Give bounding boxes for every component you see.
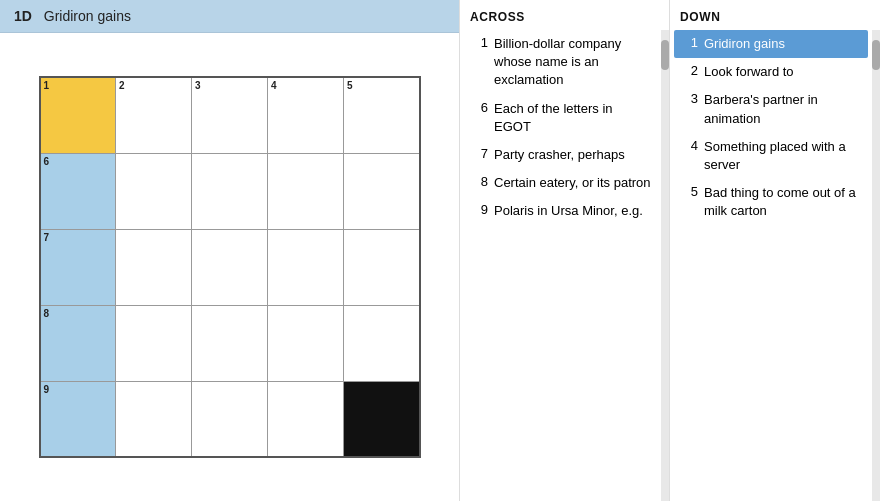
grid-cell[interactable] xyxy=(344,153,420,229)
across-scroll-thumb[interactable] xyxy=(661,40,669,70)
cell-number: 9 xyxy=(44,384,50,395)
grid-cell[interactable] xyxy=(116,229,192,305)
grid-cell[interactable] xyxy=(192,229,268,305)
clue-text: Party crasher, perhaps xyxy=(494,146,625,164)
grid-cell[interactable] xyxy=(116,305,192,381)
down-scroll-area: 1Gridiron gains2Look forward to3Barbera'… xyxy=(670,30,880,501)
clue-text: Certain eatery, or its patron xyxy=(494,174,651,192)
across-clue-item[interactable]: 6Each of the letters in EGOT xyxy=(464,95,657,141)
down-scroll-thumb[interactable] xyxy=(872,40,880,70)
clue-text: Gridiron gains xyxy=(704,35,785,53)
active-clue-id: 1D xyxy=(14,8,32,24)
grid-cell[interactable] xyxy=(116,381,192,457)
clue-number: 3 xyxy=(680,91,698,127)
cell-number: 5 xyxy=(347,80,353,91)
grid-cell[interactable] xyxy=(116,153,192,229)
down-clue-item[interactable]: 4Something placed with a server xyxy=(674,133,868,179)
down-panel: DOWN 1Gridiron gains2Look forward to3Bar… xyxy=(670,0,880,501)
clue-text: Barbera's partner in animation xyxy=(704,91,862,127)
cell-number: 7 xyxy=(44,232,50,243)
cell-number: 8 xyxy=(44,308,50,319)
clue-number: 8 xyxy=(470,174,488,192)
grid-cell[interactable] xyxy=(268,153,344,229)
clue-text: Polaris in Ursa Minor, e.g. xyxy=(494,202,643,220)
clue-text: Billion-dollar company whose name is an … xyxy=(494,35,651,90)
cell-number: 6 xyxy=(44,156,50,167)
grid-cell[interactable]: 2 xyxy=(116,77,192,153)
clue-number: 5 xyxy=(680,184,698,220)
grid-cell[interactable] xyxy=(344,381,420,457)
across-clue-item[interactable]: 9Polaris in Ursa Minor, e.g. xyxy=(464,197,657,225)
clue-number: 1 xyxy=(680,35,698,53)
active-clue-text: Gridiron gains xyxy=(44,8,131,24)
grid-cell[interactable] xyxy=(344,305,420,381)
grid-cell[interactable] xyxy=(192,381,268,457)
across-clue-item[interactable]: 8Certain eatery, or its patron xyxy=(464,169,657,197)
clue-text: Bad thing to come out of a milk carton xyxy=(704,184,862,220)
clue-text: Look forward to xyxy=(704,63,794,81)
cell-number: 3 xyxy=(195,80,201,91)
grid-cell[interactable]: 3 xyxy=(192,77,268,153)
grid-cell[interactable] xyxy=(268,305,344,381)
crossword-panel: 1D Gridiron gains 123456789 xyxy=(0,0,460,501)
across-clue-item[interactable]: 7Party crasher, perhaps xyxy=(464,141,657,169)
grid-cell[interactable] xyxy=(192,153,268,229)
clue-number: 4 xyxy=(680,138,698,174)
grid-cell[interactable] xyxy=(268,229,344,305)
cell-number: 2 xyxy=(119,80,125,91)
down-clue-item[interactable]: 3Barbera's partner in animation xyxy=(674,86,868,132)
across-clue-list[interactable]: 1Billion-dollar company whose name is an… xyxy=(460,30,661,501)
down-clue-item[interactable]: 1Gridiron gains xyxy=(674,30,868,58)
puzzle-title: 1D Gridiron gains xyxy=(0,0,459,33)
clue-number: 9 xyxy=(470,202,488,220)
grid-container: 123456789 xyxy=(0,33,459,501)
clue-text: Each of the letters in EGOT xyxy=(494,100,651,136)
crossword-grid[interactable]: 123456789 xyxy=(39,76,421,458)
grid-cell[interactable]: 5 xyxy=(344,77,420,153)
clue-number: 2 xyxy=(680,63,698,81)
across-scrollbar[interactable] xyxy=(661,30,669,501)
grid-cell[interactable]: 1 xyxy=(40,77,116,153)
grid-cell[interactable] xyxy=(344,229,420,305)
cell-number: 1 xyxy=(44,80,50,91)
grid-cell[interactable]: 6 xyxy=(40,153,116,229)
down-header: DOWN xyxy=(670,0,880,30)
cell-number: 4 xyxy=(271,80,277,91)
clue-text: Something placed with a server xyxy=(704,138,862,174)
grid-cell[interactable] xyxy=(192,305,268,381)
grid-cell[interactable]: 4 xyxy=(268,77,344,153)
across-header: ACROSS xyxy=(460,0,669,30)
down-clue-item[interactable]: 5Bad thing to come out of a milk carton xyxy=(674,179,868,225)
down-clue-item[interactable]: 2Look forward to xyxy=(674,58,868,86)
down-clue-list[interactable]: 1Gridiron gains2Look forward to3Barbera'… xyxy=(670,30,872,501)
clue-number: 6 xyxy=(470,100,488,136)
across-scroll-area: 1Billion-dollar company whose name is an… xyxy=(460,30,669,501)
down-scrollbar[interactable] xyxy=(872,30,880,501)
grid-cell[interactable]: 8 xyxy=(40,305,116,381)
grid-cell[interactable]: 9 xyxy=(40,381,116,457)
across-panel: ACROSS 1Billion-dollar company whose nam… xyxy=(460,0,670,501)
grid-cell[interactable]: 7 xyxy=(40,229,116,305)
clue-number: 7 xyxy=(470,146,488,164)
across-clue-item[interactable]: 1Billion-dollar company whose name is an… xyxy=(464,30,657,95)
clue-number: 1 xyxy=(470,35,488,90)
grid-cell[interactable] xyxy=(268,381,344,457)
